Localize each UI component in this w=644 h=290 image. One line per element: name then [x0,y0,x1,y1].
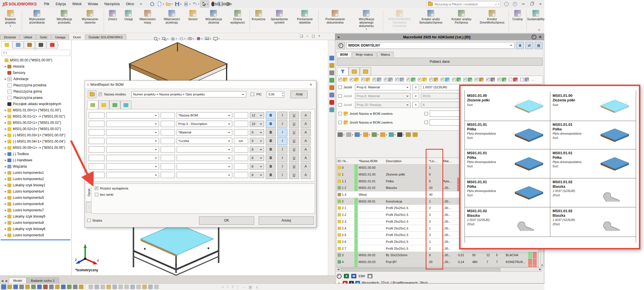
forum-icon[interactable] [329,107,334,112]
toolbar-button-compare-bodies[interactable]: Porównanie obiektów [292,9,317,25]
format-u-button[interactable]: U [289,171,299,179]
print-icon[interactable]: ▾ [183,1,191,7]
model-name-checkbox[interactable] [99,93,102,96]
format-a-button[interactable]: A [301,120,311,128]
property-combo[interactable]: Prop.3 - Description [177,121,232,127]
rozpisz-checkbox[interactable] [95,187,98,190]
suffix-field[interactable] [234,112,248,118]
zoom-fit-icon[interactable]: ▾ [153,36,160,41]
scale-spinner[interactable]: 0,95 ▲▼ [267,91,284,97]
edit-appearance-icon[interactable]: ▾ [196,36,202,41]
font-size-combo[interactable]: 9 [250,138,264,144]
source-combo[interactable] [106,146,159,153]
type-filter[interactable] [520,78,531,82]
type-filter[interactable] [475,78,486,82]
tree-item[interactable]: ▶Lustro komponentu7 [0,207,71,213]
format-u-button[interactable]: U [289,163,299,170]
view-settings-button[interactable] [337,42,345,49]
table-gear-icon[interactable]: ▾ [338,132,344,137]
search-input[interactable] [434,2,494,6]
tree-item[interactable]: ▶Lustro komponentu6 [0,201,71,207]
format-i-button[interactable]: I [277,154,287,162]
doc-minimize-icon[interactable]: – [306,34,308,38]
expand-arrow-icon[interactable]: ▶ [4,203,7,205]
type-filter[interactable] [418,78,429,82]
panel-gear-icon[interactable] [532,35,536,39]
format-u-button[interactable]: U [289,137,299,145]
design-library-icon[interactable] [329,63,334,68]
fetch-data-button[interactable]: Pobierz dane [337,58,543,66]
property-combo[interactable] [177,172,232,178]
macro-toolbar-icon[interactable] [106,285,111,289]
open-external-icon[interactable] [406,132,411,137]
expand-arrow-icon[interactable]: ▶ [4,134,7,137]
format-u-button[interactable]: U [289,146,299,153]
tree-item[interactable]: Początek układu współrzędnych [0,101,71,107]
condition-checkbox[interactable] [338,94,342,98]
expand-arrow-icon[interactable]: ▶ [4,234,7,237]
expand-arrow-icon[interactable]: ▶ [4,153,7,155]
column-header[interactable] [354,158,358,164]
source-combo[interactable] [106,121,159,127]
type-filter-checkbox[interactable] [338,78,342,81]
format-b-button[interactable]: B [266,171,276,179]
format-u-button[interactable]: U [289,112,299,119]
macro-toolbar-icon[interactable] [154,285,159,289]
format-a-button[interactable]: A [301,129,311,136]
toolbar-button-floxpress[interactable]: Kreator analizy FloXpress [446,9,476,25]
format-i-button[interactable]: I [277,146,287,153]
type-filter-checkbox[interactable] [350,78,353,81]
search-box[interactable]: ⌕ ▾ [426,1,500,7]
condition-checkbox[interactable] [338,103,342,107]
tab-scroll-right-icon[interactable]: ▶ [5,278,9,283]
source-combo[interactable] [106,172,159,178]
tree-item[interactable]: ▶Lustro komponentu8 [0,220,71,226]
mid-field[interactable] [161,146,175,153]
type-filter-checkbox[interactable] [407,78,410,81]
macro-toolbar-icon[interactable] [73,285,78,289]
toolbar-button-sustainability[interactable]: Sustainability [527,9,544,22]
condition-property-combo[interactable]: Prop.20: Rewizja [355,102,411,108]
feature-list-icon[interactable] [217,1,224,7]
toolbar-button-interference-detection[interactable]: Wykrywanie przenikania [23,9,51,25]
options-gear-icon[interactable]: ▾ [224,1,233,7]
expand-arrow-icon[interactable]: ▶ [4,159,7,162]
tree-item[interactable]: ▶MS01.00.01<1> -> ("MS01.00.01") [0,113,71,120]
type-filter[interactable] [463,78,474,82]
toolbar-button-clearance-verification[interactable]: Weryfikacja prześwitu [51,9,77,25]
macro-toolbar-icon[interactable] [13,285,18,289]
type-filter-checkbox[interactable] [475,78,478,81]
format-i-button[interactable]: I [277,171,287,179]
zoom-preview-icon[interactable] [413,132,418,137]
macro-toolbar-icon[interactable] [89,285,93,289]
macro-toolbar-icon[interactable] [95,285,99,289]
tree-item[interactable]: ▶Lustro komponentu9 [0,232,71,238]
font-size-combo[interactable]: 8 [250,146,264,153]
template-folder-button[interactable] [88,90,96,98]
thumbnails-icon[interactable]: ▾ [380,132,387,137]
snap-tool-icon[interactable]: ↔ [242,285,245,289]
format-u-button[interactable]: U [289,129,299,136]
macro-toolbar-icon[interactable] [136,285,141,289]
condition-checkbox[interactable] [338,85,342,89]
tree-item[interactable]: Płaszczyzna prawa [0,95,71,101]
type-filter[interactable] [407,78,417,82]
open-file-icon[interactable]: ▾ [165,1,173,7]
expand-arrow-icon[interactable]: ▶ [4,196,7,199]
type-filter[interactable] [452,78,463,82]
format-b-button[interactable]: B [266,154,276,162]
macro-toolbar-icon[interactable] [118,285,123,289]
profile-tab-icon[interactable] [98,101,109,109]
toolbar-button-mass-properties[interactable]: Właściwości masy [136,9,158,25]
type-filter-checkbox[interactable] [418,78,421,81]
format-b-button[interactable]: B [266,129,276,136]
format-b-button[interactable]: B [266,112,276,119]
macro-toolbar-icon[interactable] [31,285,36,289]
macro-toolbar-icon[interactable] [49,285,54,289]
macro-toolbar-icon[interactable] [37,285,42,289]
rollback-bar[interactable] [1,239,70,240]
expand-arrow-icon[interactable]: ▶ [4,128,7,130]
mid-field[interactable] [161,138,175,144]
search-caret-icon[interactable]: ▾ [498,3,499,5]
toolbar-button-hole-alignment[interactable]: Wyrównanie otworów [77,9,103,25]
